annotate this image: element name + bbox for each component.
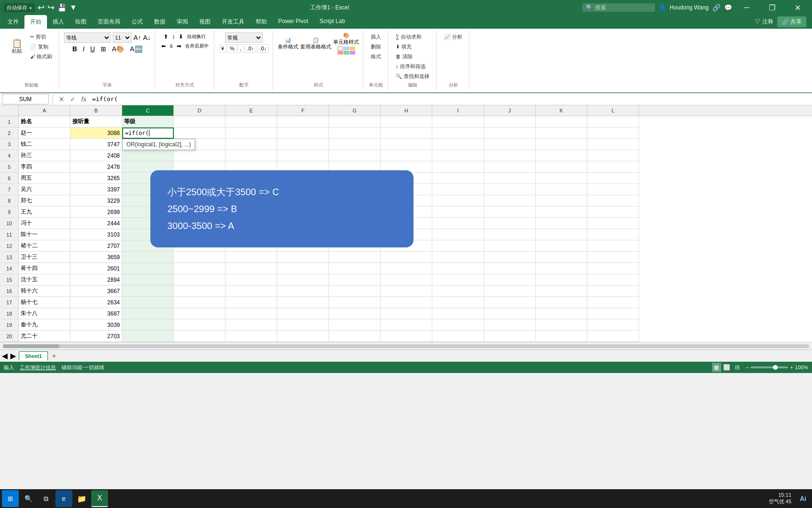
cell-g20[interactable]	[329, 331, 381, 342]
cell-h19[interactable]	[381, 319, 432, 331]
cell-k9[interactable]	[536, 206, 587, 218]
align-right-button[interactable]: ➡	[175, 42, 183, 50]
cell-h16[interactable]	[381, 286, 432, 297]
cell-e4[interactable]	[226, 150, 277, 161]
task-view-button[interactable]: ⧉	[38, 490, 55, 507]
tab-help[interactable]: 帮助	[250, 15, 273, 29]
cell-k11[interactable]	[536, 229, 587, 240]
page-break-view-button[interactable]: ⊟	[733, 363, 742, 372]
col-header-b[interactable]: B	[70, 105, 122, 116]
cell-l7[interactable]	[587, 184, 639, 195]
search-taskbar-button[interactable]: 🔍	[20, 490, 37, 507]
tab-powerpivot[interactable]: Power Pivot	[273, 15, 314, 29]
undo-icon[interactable]: ↩	[38, 2, 45, 13]
cell-e15[interactable]	[226, 274, 277, 286]
cell-j15[interactable]	[484, 274, 536, 286]
cell-h20[interactable]	[381, 331, 432, 342]
cell-i8[interactable]	[432, 195, 484, 206]
cell-j14[interactable]	[484, 263, 536, 274]
insert-function-icon[interactable]: fx	[79, 95, 88, 104]
cell-l13[interactable]	[587, 252, 639, 263]
cell-j7[interactable]	[484, 184, 536, 195]
cell-j16[interactable]	[484, 286, 536, 297]
explorer-button[interactable]: 📁	[73, 490, 90, 507]
cell-f20[interactable]	[277, 331, 329, 342]
paste-button[interactable]: 📋 粘贴	[8, 38, 26, 56]
cell-l1[interactable]	[587, 116, 639, 127]
cell-j5[interactable]	[484, 161, 536, 173]
excel-button[interactable]: X	[91, 490, 108, 507]
share-button[interactable]: 🔗 共享	[777, 16, 806, 27]
cell-h15[interactable]	[381, 274, 432, 286]
cell-d4[interactable]	[174, 150, 226, 161]
user-avatar[interactable]: 👤	[659, 4, 666, 11]
cell-g19[interactable]	[329, 319, 381, 331]
cell-f2[interactable]	[277, 127, 329, 139]
col-header-c[interactable]: C	[122, 105, 174, 116]
cell-h1[interactable]	[381, 116, 432, 127]
col-header-e[interactable]: E	[226, 105, 277, 116]
auto-sum-button[interactable]: ∑ 自动求和	[393, 32, 432, 41]
italic-button[interactable]: I	[81, 44, 86, 54]
cell-l10[interactable]	[587, 218, 639, 229]
cell-b16[interactable]: 3667	[70, 286, 122, 297]
align-center-button[interactable]: ≡	[168, 42, 174, 50]
cell-e16[interactable]	[226, 286, 277, 297]
cell-i12[interactable]	[432, 240, 484, 252]
cell-b1[interactable]: 接听量	[70, 116, 122, 127]
cell-l18[interactable]	[587, 308, 639, 319]
cell-a13[interactable]: 卫十三	[19, 252, 70, 263]
cell-a20[interactable]: 尤二十	[19, 331, 70, 342]
fill-color-button[interactable]: A🎨	[110, 44, 126, 54]
confirm-formula-icon[interactable]: ✓	[68, 95, 78, 104]
cell-c1[interactable]: 等级	[122, 116, 174, 127]
cell-c4[interactable]	[122, 150, 174, 161]
cell-c2[interactable]: =if(or(	[122, 127, 174, 139]
sheet-tab-sheet1[interactable]: Sheet1	[19, 351, 48, 360]
cell-h17[interactable]	[381, 297, 432, 308]
tab-home[interactable]: 开始	[24, 15, 47, 29]
zoom-out-button[interactable]: −	[746, 365, 749, 370]
cell-l3[interactable]	[587, 139, 639, 150]
cell-j4[interactable]	[484, 150, 536, 161]
cell-a12[interactable]: 褚十二	[19, 240, 70, 252]
cell-i2[interactable]	[432, 127, 484, 139]
cell-h18[interactable]	[381, 308, 432, 319]
cell-k7[interactable]	[536, 184, 587, 195]
cell-f13[interactable]	[277, 252, 329, 263]
autosave-toggle[interactable]: 自动保存 ●	[4, 3, 35, 12]
cell-a15[interactable]: 沈十五	[19, 274, 70, 286]
analysis-button[interactable]: 📈 分析	[441, 32, 465, 41]
cell-c18[interactable]	[122, 308, 174, 319]
cancel-formula-icon[interactable]: ✕	[57, 95, 66, 104]
zoom-slider[interactable]	[750, 366, 788, 368]
cell-d17[interactable]	[174, 297, 226, 308]
cell-j3[interactable]	[484, 139, 536, 150]
cell-g2[interactable]	[329, 127, 381, 139]
prev-sheet-icon[interactable]: ◀	[2, 351, 8, 360]
cell-i3[interactable]	[432, 139, 484, 150]
cell-a18[interactable]: 朱十八	[19, 308, 70, 319]
next-sheet-icon[interactable]: ▶	[10, 351, 16, 360]
align-middle-button[interactable]: ↕	[171, 32, 176, 41]
cell-f16[interactable]	[277, 286, 329, 297]
cell-j2[interactable]	[484, 127, 536, 139]
comma-button[interactable]: ,	[238, 44, 244, 53]
cell-b20[interactable]: 2703	[70, 331, 122, 342]
cell-g13[interactable]	[329, 252, 381, 263]
save-icon[interactable]: 💾	[57, 3, 67, 12]
cell-l2[interactable]	[587, 127, 639, 139]
bold-button[interactable]: B	[70, 44, 79, 54]
format-cells-button[interactable]: 格式	[368, 52, 384, 61]
cell-b2[interactable]: 3088	[70, 127, 122, 139]
align-left-button[interactable]: ⬅	[160, 42, 167, 50]
cell-j19[interactable]	[484, 319, 536, 331]
cell-k10[interactable]	[536, 218, 587, 229]
sort-filter-button[interactable]: ↕ 排序和筛选	[393, 62, 432, 71]
share-icon[interactable]: 🔗	[712, 4, 720, 11]
cell-a1[interactable]: 姓名	[19, 116, 70, 127]
cell-l20[interactable]	[587, 331, 639, 342]
cell-l15[interactable]	[587, 274, 639, 286]
cell-b4[interactable]: 2408	[70, 150, 122, 161]
minimize-button[interactable]: ─	[736, 0, 757, 15]
